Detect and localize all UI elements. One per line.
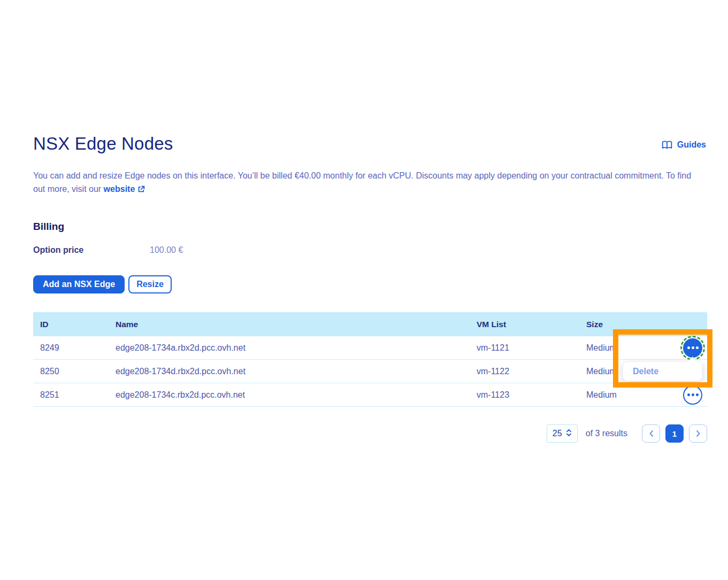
- actions-dropdown-menu: Delete: [623, 361, 702, 381]
- option-price-value: 100.00 €: [150, 245, 183, 255]
- toolbar: Add an NSX Edge Resize: [33, 275, 172, 293]
- column-header-size: Size: [579, 320, 658, 329]
- cell-name: edge208-1734c.rbx2d.pcc.ovh.net: [109, 390, 470, 400]
- table-header-row: ID Name VM List Size: [33, 312, 707, 336]
- guides-label: Guides: [677, 140, 706, 150]
- table-row: 8250 edge208-1734d.rbx2d.pcc.ovh.net vm-…: [33, 360, 707, 383]
- column-header-id: ID: [33, 320, 109, 329]
- chevron-right-icon: [696, 430, 701, 437]
- edge-nodes-table: ID Name VM List Size 8249 edge208-1734a.…: [33, 312, 707, 407]
- page-title: NSX Edge Nodes: [33, 134, 173, 154]
- ellipsis-icon: [687, 346, 690, 349]
- page-description: You can add and resize Edge nodes on thi…: [33, 169, 701, 197]
- up-down-chevron-icon: [566, 429, 572, 439]
- cell-vm-list: vm-1121: [470, 343, 579, 353]
- cell-id: 8249: [33, 343, 109, 353]
- cell-size: Medium: [579, 390, 658, 400]
- guides-link[interactable]: Guides: [662, 140, 706, 150]
- column-header-name: Name: [109, 320, 470, 329]
- table-row: 8251 edge208-1734c.rbx2d.pcc.ovh.net vm-…: [33, 383, 707, 407]
- cell-id: 8250: [33, 367, 109, 376]
- cell-name: edge208-1734a.rbx2d.pcc.ovh.net: [109, 343, 470, 353]
- column-header-vm-list: VM List: [470, 320, 579, 329]
- row-actions-menu-button[interactable]: [683, 385, 702, 405]
- cell-vm-list: vm-1123: [470, 390, 579, 400]
- chevron-left-icon: [649, 430, 654, 437]
- ellipsis-icon: [687, 393, 690, 396]
- book-icon: [662, 141, 672, 150]
- cell-vm-list: vm-1122: [470, 367, 579, 376]
- results-count-text: of 3 results: [586, 429, 627, 438]
- website-link[interactable]: website: [104, 184, 135, 194]
- page-size-select[interactable]: 25: [547, 424, 578, 443]
- add-nsx-edge-button[interactable]: Add an NSX Edge: [33, 275, 125, 293]
- current-page-button[interactable]: 1: [665, 424, 684, 443]
- delete-menu-item[interactable]: Delete: [623, 362, 702, 381]
- previous-page-button[interactable]: [642, 424, 660, 443]
- next-page-button[interactable]: [689, 424, 707, 443]
- row-actions-menu-button[interactable]: [683, 338, 702, 358]
- cell-size: Medium: [579, 343, 658, 353]
- table-row: 8249 edge208-1734a.rbx2d.pcc.ovh.net vm-…: [33, 336, 707, 360]
- option-price-label: Option price: [33, 245, 150, 255]
- page-size-value: 25: [553, 429, 562, 438]
- cell-id: 8251: [33, 390, 109, 400]
- billing-heading: Billing: [33, 221, 64, 233]
- resize-button[interactable]: Resize: [128, 275, 172, 293]
- option-price-row: Option price 100.00 €: [33, 245, 183, 255]
- external-link-icon: [137, 183, 145, 197]
- page-header: NSX Edge Nodes Guides: [33, 134, 706, 154]
- pagination-bar: 25 of 3 results 1: [33, 424, 707, 443]
- cell-name: edge208-1734d.rbx2d.pcc.ovh.net: [109, 367, 470, 376]
- pager: 1: [642, 424, 707, 443]
